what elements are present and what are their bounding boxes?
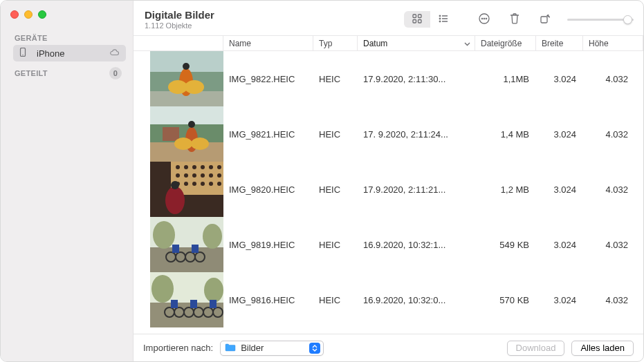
svg-point-44 — [209, 173, 213, 178]
footer-bar: Importieren nach: Bilder Download Alles … — [134, 334, 643, 361]
table-row[interactable]: IMG_9819.HEIC HEIC 16.9.2020, 10:32:1...… — [134, 217, 643, 272]
cell-size: 1,1MB — [475, 74, 536, 84]
sidebar: GERÄTE iPhone GETEILT 0 — [1, 1, 134, 361]
svg-point-37 — [201, 165, 205, 169]
cell-height: 4.032 — [583, 295, 643, 305]
cell-date: 17.9.2020, 2:11:21... — [358, 184, 475, 195]
col-height-label: Höhe — [589, 39, 609, 48]
table-row[interactable]: IMG_9821.HEIC HEIC 17. 9.2020, 2:11:24..… — [134, 106, 643, 162]
col-date-label: Datum — [363, 39, 387, 48]
svg-rect-60 — [172, 245, 179, 253]
col-width-label: Breite — [542, 39, 563, 48]
svg-point-67 — [204, 278, 223, 303]
destination-select[interactable]: Bilder — [220, 341, 324, 356]
col-filesize-label: Dateigröße — [481, 39, 522, 48]
item-count: 1.112 Objekte — [145, 21, 214, 30]
svg-point-39 — [217, 165, 221, 169]
svg-point-10 — [439, 21, 441, 22]
svg-point-13 — [481, 18, 483, 19]
download-button[interactable]: Download — [507, 341, 565, 356]
table-row[interactable]: IMG_9822.HEIC HEIC 17.9.2020, 2:11:30...… — [134, 51, 643, 106]
image-table: Name Typ Datum Dateigröße Breite Höhe — [134, 35, 643, 334]
svg-rect-76 — [210, 300, 217, 308]
close-window-button[interactable] — [10, 10, 19, 19]
import-all-button[interactable]: Alles laden — [571, 341, 634, 356]
cell-size: 1,2 MB — [475, 184, 536, 195]
delete-button[interactable] — [502, 10, 527, 28]
col-thumbnail[interactable] — [134, 36, 223, 50]
sidebar-heading-label: GETEILT — [15, 69, 48, 77]
cell-height: 4.032 — [583, 240, 643, 250]
col-name-label: Name — [229, 39, 251, 48]
svg-point-42 — [192, 173, 196, 178]
zoom-window-button[interactable] — [38, 10, 46, 19]
table-body[interactable]: IMG_9822.HEIC HEIC 17.9.2020, 2:11:30...… — [134, 51, 643, 334]
svg-rect-73 — [190, 300, 197, 308]
sidebar-heading-shared: GETEILT 0 — [13, 64, 126, 82]
cell-size: 570 KB — [475, 295, 536, 305]
title-block: Digitale Bilder 1.112 Objekte — [145, 9, 214, 30]
col-filesize[interactable]: Dateigröße — [475, 36, 536, 50]
rotate-button[interactable] — [533, 10, 558, 28]
cell-name: IMG_9822.HEIC — [223, 74, 313, 84]
cell-date: 16.9.2020, 10:32:1... — [358, 240, 475, 250]
list-view-button[interactable] — [430, 11, 457, 28]
table-row[interactable]: IMG_9816.HEIC HEIC 16.9.2020, 10:32:0...… — [134, 272, 643, 327]
list-icon — [438, 13, 449, 26]
cell-type: HEIC — [313, 184, 358, 195]
svg-rect-63 — [192, 245, 199, 253]
thumbnail — [150, 106, 223, 162]
svg-point-14 — [484, 18, 485, 19]
svg-point-41 — [184, 173, 188, 178]
cell-size: 1,4 MB — [475, 129, 536, 140]
svg-point-43 — [201, 173, 205, 178]
svg-rect-27 — [163, 127, 179, 141]
svg-point-21 — [168, 80, 187, 94]
cell-date: 17. 9.2020, 2:11:24... — [358, 129, 475, 140]
thumbnail — [150, 272, 223, 327]
svg-point-38 — [209, 165, 213, 169]
thumbnail — [150, 217, 223, 272]
sidebar-item-label: iPhone — [37, 48, 103, 59]
col-name[interactable]: Name — [223, 36, 313, 50]
col-height[interactable]: Höhe — [583, 36, 643, 50]
app-window: GERÄTE iPhone GETEILT 0 Digitale Bil — [0, 0, 644, 362]
col-width[interactable]: Breite — [536, 36, 583, 50]
svg-point-49 — [201, 182, 205, 186]
svg-point-31 — [188, 121, 195, 128]
svg-point-36 — [192, 165, 196, 169]
import-to-label: Importieren nach: — [143, 343, 213, 353]
grid-view-button[interactable] — [404, 11, 430, 28]
col-date[interactable]: Datum — [358, 36, 475, 50]
svg-point-35 — [184, 165, 188, 169]
cell-height: 4.032 — [583, 184, 643, 195]
trash-icon — [509, 12, 520, 27]
smartphone-icon — [19, 48, 31, 59]
col-type[interactable]: Typ — [313, 36, 358, 50]
cell-width: 3.024 — [536, 240, 583, 250]
cell-name: IMG_9819.HEIC — [223, 240, 313, 250]
main-pane: Digitale Bilder 1.112 Objekte — [134, 1, 643, 361]
table-row[interactable]: IMG_9820.HEIC HEIC 17.9.2020, 2:11:21...… — [134, 162, 643, 217]
cloud-icon — [109, 48, 120, 59]
svg-rect-3 — [418, 15, 422, 18]
cell-type: HEIC — [313, 129, 358, 140]
ellipsis-circle-icon — [478, 12, 490, 27]
cell-date: 17.9.2020, 2:11:30... — [358, 74, 475, 84]
more-actions-button[interactable] — [472, 10, 497, 28]
thumbnail-size-slider[interactable] — [567, 12, 634, 26]
chevron-down-icon — [464, 39, 470, 48]
svg-rect-5 — [418, 19, 422, 23]
cell-type: HEIC — [313, 74, 358, 84]
sidebar-item-iphone[interactable]: iPhone — [13, 45, 126, 61]
cell-name: IMG_9821.HEIC — [223, 129, 313, 140]
minimize-window-button[interactable] — [24, 10, 33, 19]
destination-value: Bilder — [241, 343, 304, 353]
cell-height: 4.032 — [583, 129, 643, 140]
cell-size: 549 KB — [475, 240, 536, 250]
cell-type: HEIC — [313, 240, 358, 250]
rotate-icon — [539, 12, 551, 27]
sidebar-heading-label: GERÄTE — [15, 34, 48, 42]
shared-count-badge: 0 — [109, 67, 122, 79]
slider-knob[interactable] — [623, 15, 632, 24]
